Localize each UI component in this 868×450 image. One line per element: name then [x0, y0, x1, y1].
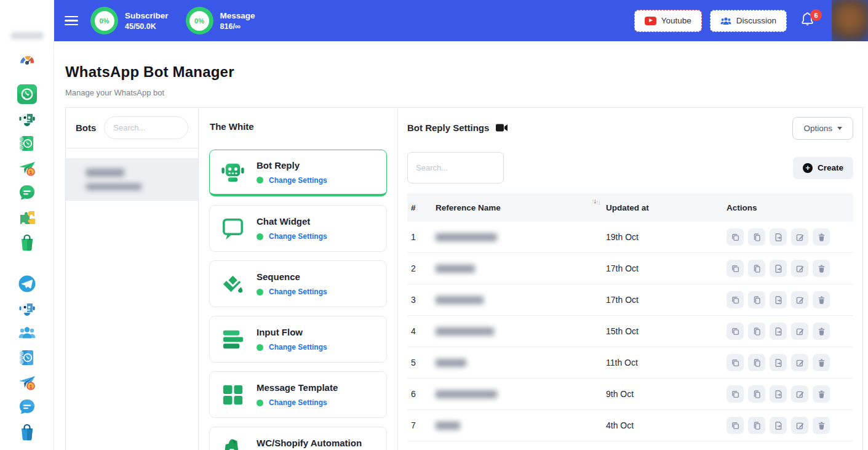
edit-button[interactable]: [791, 228, 808, 246]
updated-at: 11th Oct: [606, 358, 727, 368]
status-dot: [257, 344, 263, 351]
input-flow-icon: [218, 325, 247, 354]
table-header-row: # Reference Name ↑↓ ↑↓ Updated at Action…: [407, 193, 853, 222]
telegram-icon[interactable]: [17, 273, 38, 294]
edit-icon: [795, 390, 805, 399]
feature-card-sequence[interactable]: SequenceChange Settings: [209, 260, 387, 307]
updated-at: 17th Oct: [606, 295, 727, 305]
clone-icon: [752, 264, 762, 273]
telegram-users-icon[interactable]: [17, 323, 38, 344]
create-button[interactable]: + Create: [793, 157, 853, 179]
feature-title: Input Flow: [257, 327, 327, 337]
clone-button[interactable]: [748, 260, 765, 277]
bots-panel: Bots: [65, 107, 199, 450]
clone-button[interactable]: [748, 228, 765, 246]
telegram-store-icon[interactable]: [17, 421, 38, 442]
clone-button[interactable]: [748, 417, 765, 434]
export-button[interactable]: [770, 323, 787, 340]
youtube-button[interactable]: Youtube: [634, 10, 702, 32]
clone-button[interactable]: [748, 354, 765, 371]
whatsapp-contacts-icon[interactable]: [17, 133, 38, 154]
user-avatar[interactable]: [832, 0, 868, 41]
feature-card-bot-reply[interactable]: Bot ReplyChange Settings: [209, 150, 387, 196]
clone-button[interactable]: [748, 291, 765, 308]
bot-list-item-selected[interactable]: [66, 158, 198, 201]
bots-search-input[interactable]: [104, 116, 188, 139]
delete-button[interactable]: [813, 417, 830, 434]
change-settings-link[interactable]: Change Settings: [269, 398, 327, 407]
export-icon: [774, 295, 783, 305]
export-button[interactable]: [770, 228, 787, 246]
col-header-reference-name[interactable]: Reference Name ↑↓: [436, 193, 606, 222]
edit-button[interactable]: [791, 385, 808, 403]
change-settings-link[interactable]: Change Settings: [269, 232, 327, 241]
reply-search-input[interactable]: [407, 152, 504, 183]
app-sidebar: 11: [0, 0, 54, 450]
change-settings-link[interactable]: Change Settings: [269, 343, 327, 352]
edit-button[interactable]: [791, 417, 808, 434]
options-button[interactable]: Options: [792, 117, 853, 140]
delete-icon: [817, 421, 826, 430]
duplicate-button[interactable]: [727, 323, 744, 340]
feature-card-wc-shopify-automation[interactable]: SWC/Shopify AutomationChange Settings: [209, 427, 387, 450]
edit-button[interactable]: [791, 260, 808, 277]
dashboard-gauge-icon[interactable]: [17, 49, 38, 70]
export-button[interactable]: [770, 260, 787, 277]
sequence-icon: [218, 270, 247, 299]
edit-button[interactable]: [791, 291, 808, 308]
feature-card-chat-widget[interactable]: Chat WidgetChange Settings: [209, 205, 387, 252]
col-header-updated-at[interactable]: ↑↓ Updated at: [606, 193, 727, 222]
telegram-broadcast-icon[interactable]: 1: [17, 372, 38, 393]
discussion-button[interactable]: Discussion: [710, 10, 787, 32]
feature-card-input-flow[interactable]: Input FlowChange Settings: [209, 316, 387, 363]
sort-icon[interactable]: ↑↓: [591, 197, 595, 204]
clone-button[interactable]: [748, 323, 765, 340]
clone-icon: [752, 390, 762, 399]
duplicate-button[interactable]: [727, 291, 744, 308]
integrations-puzzle-icon[interactable]: [17, 207, 38, 228]
whatsapp-store-icon[interactable]: [17, 231, 38, 252]
delete-button[interactable]: [813, 385, 830, 403]
edit-icon: [795, 421, 805, 430]
edit-icon: [795, 264, 805, 273]
edit-button[interactable]: [791, 323, 808, 340]
duplicate-button[interactable]: [727, 228, 744, 246]
menu-toggle-icon[interactable]: [65, 16, 78, 26]
change-settings-link[interactable]: Change Settings: [269, 176, 327, 185]
duplicate-button[interactable]: [727, 354, 744, 371]
whatsapp-broadcast-icon[interactable]: 1: [17, 158, 38, 179]
whatsapp-icon[interactable]: [17, 84, 38, 105]
duplicate-button[interactable]: [727, 417, 744, 434]
main-content: WhatsApp Bot Manager Manage your WhatsAp…: [54, 41, 868, 450]
whatsapp-bot-icon[interactable]: [17, 108, 38, 129]
whatsapp-chat-icon[interactable]: [17, 182, 38, 203]
duplicate-icon: [731, 327, 740, 336]
duplicate-button[interactable]: [727, 385, 744, 403]
delete-button[interactable]: [813, 260, 830, 277]
telegram-chat-icon[interactable]: [17, 396, 38, 417]
table-row: 119th Oct: [407, 222, 853, 253]
edit-button[interactable]: [791, 354, 808, 371]
export-button[interactable]: [770, 417, 787, 434]
telegram-contacts-icon[interactable]: [17, 347, 38, 368]
export-button[interactable]: [770, 385, 787, 403]
delete-button[interactable]: [813, 354, 830, 371]
edit-icon: [795, 358, 805, 368]
export-button[interactable]: [770, 354, 787, 371]
svg-text:1: 1: [29, 169, 32, 175]
delete-icon: [817, 390, 826, 399]
export-button[interactable]: [770, 291, 787, 308]
sort-icon[interactable]: ↑↓: [595, 198, 600, 206]
duplicate-button[interactable]: [727, 260, 744, 277]
topbar: 0% Subscriber 45/50.0K 0% Message 816/∞ …: [54, 0, 868, 41]
telegram-bot-icon[interactable]: [17, 298, 38, 319]
delete-button[interactable]: [813, 291, 830, 308]
duplicate-icon: [731, 264, 740, 273]
clone-button[interactable]: [748, 385, 765, 403]
change-settings-link[interactable]: Change Settings: [269, 287, 327, 296]
feature-card-message-template[interactable]: Message TemplateChange Settings: [209, 371, 387, 418]
video-camera-icon: [496, 124, 508, 132]
delete-button[interactable]: [813, 323, 830, 340]
delete-button[interactable]: [813, 228, 830, 246]
notifications-button[interactable]: 6: [800, 12, 814, 30]
